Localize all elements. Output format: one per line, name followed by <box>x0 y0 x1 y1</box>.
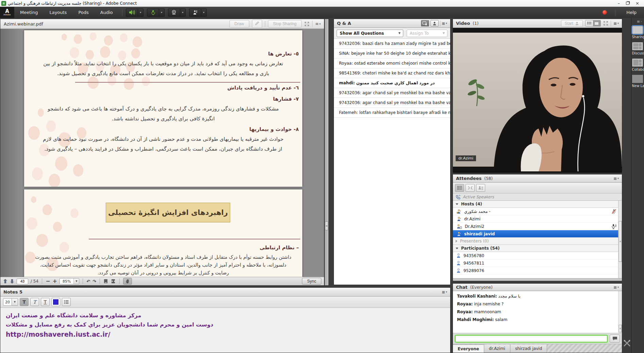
chevron-down-icon: ▾ <box>319 22 321 26</box>
microphone-dropdown[interactable]: ▾ <box>159 9 165 17</box>
qa-question-row[interactable]: SINA: bejaye inke har 50 deighe 10 deigh… <box>334 49 450 58</box>
scrollbar-thumb[interactable]: ≡ <box>619 221 622 262</box>
breakout-view-button[interactable] <box>465 184 475 192</box>
microphone-button[interactable] <box>147 9 159 17</box>
share-pod-menu-button[interactable]: ≡▾ <box>315 21 321 26</box>
chat-tab-everyone[interactable]: Everyone <box>453 344 484 353</box>
doc-section5-line2: بازی و مطالعه یکی را انتخاب نماید. در در… <box>24 70 302 77</box>
menu-meeting[interactable]: Meeting <box>14 7 44 18</box>
layout-item-sharing[interactable]: Sharing <box>632 26 644 39</box>
sync-button[interactable]: Sync <box>302 278 321 285</box>
webcam-dropdown[interactable]: ▾ <box>180 9 186 17</box>
presenter-tools-icon[interactable] <box>623 339 631 348</box>
pencil-tool-button[interactable] <box>252 20 262 28</box>
menu-pods[interactable]: Pods <box>72 7 94 18</box>
attendee-row-host[interactable]: محمد شكوري - <box>453 208 622 215</box>
chat-sender: Tavakoli Kashani: <box>457 294 497 299</box>
divider <box>265 21 265 27</box>
attendee-status-view-button[interactable] <box>476 184 485 192</box>
layout-thumbnail <box>632 75 643 83</box>
presenter-view-toggle[interactable] <box>421 20 429 27</box>
fit-width-button[interactable] <box>111 279 116 284</box>
set-status-dropdown[interactable]: ▾ <box>201 9 207 17</box>
participants-group-header[interactable]: Participants (54) <box>453 245 622 252</box>
minimize-icon[interactable]: – <box>618 1 620 5</box>
qa-question-row[interactable]: 97432036: baazi dars ha zaman ziady migi… <box>334 39 450 49</box>
qa-question-row[interactable]: Royaa: ostad ezterabe omomi chejoori mis… <box>334 58 450 68</box>
attendee-row-participant[interactable]: 94356780 <box>453 252 622 259</box>
maximize-icon[interactable] <box>626 2 629 5</box>
chat-scrollbar[interactable]: ≡ <box>618 291 622 333</box>
zoom-in-button[interactable]: + <box>53 279 57 284</box>
page-down-button[interactable] <box>10 279 14 284</box>
layouts-menu-button[interactable]: ≡▾ <box>637 19 644 26</box>
notes-pod-menu-button[interactable]: ≡▾ <box>442 290 447 295</box>
menu-audio[interactable]: Audio <box>95 7 119 18</box>
page-number-input[interactable] <box>17 279 28 284</box>
zoom-level-select[interactable]: 85% ▼ <box>60 278 79 284</box>
attendees-pod-menu-button[interactable]: ≡▾ <box>613 176 619 181</box>
chat-message-input[interactable] <box>455 335 608 342</box>
participant-view-toggle[interactable] <box>430 20 439 27</box>
qa-pod-menu-button[interactable]: ≡▾ <box>442 21 447 26</box>
qa-question-row[interactable]: 97432036: agar chand sal ye moshkel ba m… <box>334 88 450 98</box>
fit-page-button[interactable] <box>103 279 108 284</box>
qa-filter-select[interactable]: Show All Questions ▼ <box>337 30 403 37</box>
grid-view-button[interactable] <box>586 20 593 26</box>
breakout-icon <box>468 186 473 190</box>
scrollbar-thumb[interactable]: ≡ <box>619 325 622 332</box>
chat-tab-dr-azimi[interactable]: dr.Azimi <box>484 344 510 353</box>
qa-question-row[interactable]: mahdi: در مورد اهمال كاري صحبت كنيد ممنو… <box>334 78 450 88</box>
fullscreen-icon[interactable] <box>304 21 309 27</box>
grip-icon[interactable]: ≡ <box>325 221 328 230</box>
layout-item-new-layout[interactable]: New Lay <box>632 75 644 88</box>
start-webcam-button[interactable]: Start <box>561 20 583 27</box>
menu-layouts[interactable]: Layouts <box>44 7 72 18</box>
fullscreen-icon[interactable] <box>603 21 608 26</box>
underline-button[interactable]: T <box>41 298 50 306</box>
webcam-button[interactable] <box>168 9 180 17</box>
bold-button[interactable]: T <box>20 298 29 306</box>
qa-question-row[interactable]: Fatemeh: lotfan rahkarhaye bishtari bara… <box>334 108 450 118</box>
attendee-row-host[interactable]: dr.Azimi <box>453 215 622 223</box>
filmstrip-view-button[interactable] <box>593 20 600 26</box>
speaker-button[interactable] <box>126 9 138 17</box>
pod-resize-handle[interactable]: ≡ <box>324 19 329 286</box>
qa-question-row[interactable]: 98541369: chetori mishe ke ba'd az chand… <box>334 68 450 78</box>
attendee-row-host[interactable]: Dr.Azimi2 <box>453 223 622 230</box>
attendees-scrollbar[interactable]: ≡ <box>618 201 622 278</box>
layout-item-collaboration[interactable]: Collabo.. <box>632 58 644 71</box>
qa-assign-select[interactable]: Assign To ▼ <box>407 30 447 37</box>
redo-button[interactable]: ↷ <box>92 279 96 284</box>
chat-tab-shirzadi-javid[interactable]: shirzadi javid <box>510 344 547 353</box>
hosts-group-header[interactable]: Hosts (4) <box>453 201 622 208</box>
layout-item-discussion[interactable]: Discussi <box>632 42 644 55</box>
attendee-row-participant[interactable]: 94567811 <box>453 259 622 267</box>
zoom-out-button[interactable]: − <box>46 279 50 284</box>
attendee-row-participant[interactable]: 95289076 <box>453 267 622 274</box>
stop-sharing-button[interactable]: Stop Sharing <box>268 20 302 28</box>
notes-text-area[interactable]: مرکز مشاوره و سلامت دانشگاه علم و صنعت ا… <box>0 308 450 353</box>
font-size-select[interactable]: 20 ▼ <box>3 298 18 306</box>
video-pod-menu-button[interactable]: ≡▾ <box>613 21 619 26</box>
qa-filter-row: Show All Questions ▼ Assign To ▼ <box>334 28 450 39</box>
attendee-row-host-selected[interactable]: shirzadi javid <box>453 230 622 238</box>
pan-tool-button[interactable] <box>123 278 132 285</box>
close-icon[interactable]: × <box>635 1 639 5</box>
draw-button[interactable]: Draw <box>230 20 249 28</box>
text-color-button[interactable] <box>51 298 60 306</box>
speaker-dropdown[interactable]: ▾ <box>138 9 143 17</box>
menu-help[interactable]: Help <box>624 7 639 18</box>
attendees-pod: Attendees (58) ≡▾ <box>453 174 622 281</box>
set-status-button[interactable] <box>189 9 201 17</box>
send-message-button[interactable] <box>610 335 620 343</box>
pdf-viewport[interactable]: ٥- تعارض ها تعارض زمانی به وجود می آید ک… <box>0 29 324 277</box>
presenters-group-header[interactable]: Presenters (0) <box>453 238 622 245</box>
page-up-button[interactable] <box>3 279 7 284</box>
italic-button[interactable]: T <box>30 298 39 306</box>
bullet-list-button[interactable] <box>62 298 71 306</box>
qa-question-row[interactable]: 97432036: agar chand sal ye moshkel ba m… <box>334 98 450 108</box>
chat-pod-menu-button[interactable]: ≡▾ <box>613 285 619 290</box>
undo-button[interactable]: ↶ <box>86 279 90 284</box>
attendee-list-view-button[interactable] <box>455 184 464 192</box>
